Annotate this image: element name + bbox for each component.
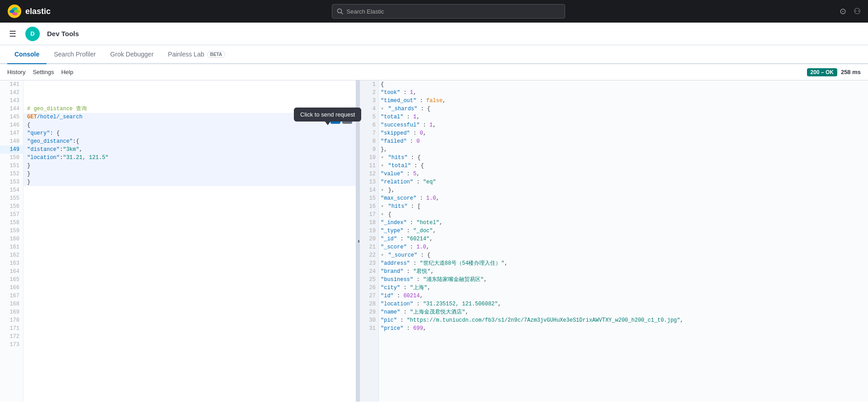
- line-number: 163: [0, 259, 23, 267]
- line-number: 141: [0, 80, 23, 89]
- code-line: [24, 235, 356, 243]
- line-number: 158: [0, 219, 23, 227]
- code-line: [24, 300, 356, 308]
- code-line: [24, 292, 356, 300]
- code-line: "distance": "3km",: [24, 145, 356, 154]
- response-line-number: 2: [360, 89, 378, 97]
- user-menu-icon[interactable]: ⚇: [854, 6, 861, 16]
- response-line: "city" : "上海",: [381, 284, 868, 292]
- fold-arrow[interactable]: ▾: [381, 163, 384, 169]
- response-line: "business" : "浦东陆家嘴金融贸易区",: [381, 276, 868, 284]
- code-line: [24, 80, 356, 89]
- code-line: [24, 267, 356, 276]
- response-line: "skipped" : 0,: [381, 129, 868, 137]
- code-line: {: [24, 121, 356, 129]
- response-line-number: 14: [360, 186, 378, 194]
- response-panel: 1234567891011121314151617181920212223242…: [360, 80, 868, 402]
- editor-content[interactable]: # geo_distance 查询GET /hotel/_search{ "qu…: [24, 80, 356, 402]
- code-line: [24, 276, 356, 284]
- response-line: "price" : 699,: [381, 324, 868, 333]
- beta-badge: BETA: [207, 51, 225, 58]
- response-line-number: 15: [360, 194, 378, 202]
- response-line: "pic" : "https://m.tuniucdn.com/fb3/s1/2…: [381, 316, 868, 324]
- help-button[interactable]: Help: [61, 67, 73, 77]
- line-number: 142: [0, 89, 23, 97]
- toolbar: History Settings Help 200 – OK 258 ms: [0, 64, 868, 80]
- response-line-number: 18: [360, 219, 378, 227]
- page-title: Dev Tools: [47, 30, 79, 37]
- code-line: [24, 333, 356, 341]
- line-number: 171: [0, 324, 23, 333]
- duration-text: 258 ms: [841, 69, 861, 75]
- response-line: "brand" : "君悦",: [381, 267, 868, 276]
- code-line: [24, 251, 356, 259]
- response-line: "name" : "上海金茂君悦大酒店",: [381, 308, 868, 316]
- response-line-number: 19: [360, 227, 378, 235]
- response-line-number: 1: [360, 80, 378, 89]
- response-line-number: 21: [360, 243, 378, 251]
- code-line: [24, 89, 356, 97]
- line-number: 173: [0, 341, 23, 349]
- user-avatar[interactable]: D: [25, 27, 40, 41]
- fold-arrow[interactable]: ▾: [381, 187, 384, 193]
- line-number: 156: [0, 202, 23, 211]
- top-nav-right: ⊙ ⚇: [840, 6, 861, 16]
- line-number: 160: [0, 235, 23, 243]
- toolbar-right: 200 – OK 258 ms: [807, 68, 861, 76]
- response-line: "max_score" : 1.0,: [381, 194, 868, 202]
- fold-arrow[interactable]: ▾: [381, 203, 384, 210]
- fold-arrow[interactable]: ▾: [381, 252, 384, 258]
- code-line: }: [24, 178, 356, 186]
- tab-search-profiler[interactable]: Search Profiler: [47, 45, 103, 64]
- line-number: 167: [0, 292, 23, 300]
- code-line: [24, 259, 356, 267]
- response-line-numbers: 1234567891011121314151617181920212223242…: [360, 80, 379, 402]
- line-number: 155: [0, 194, 23, 202]
- response-line: "successful" : 1,: [381, 121, 868, 129]
- fold-arrow[interactable]: ▾: [381, 106, 384, 112]
- history-button[interactable]: History: [7, 67, 25, 77]
- response-line: "_index" : "hotel",: [381, 219, 868, 227]
- run-button[interactable]: ▶: [330, 114, 340, 124]
- response-line: ▾ "hits" : {: [381, 154, 868, 162]
- panel-divider[interactable]: •••: [357, 80, 360, 402]
- search-icon: [337, 8, 343, 14]
- search-bar-container: Search Elastic: [64, 4, 832, 19]
- code-line: "location": "31.21, 121.5": [24, 154, 356, 162]
- line-number: 161: [0, 243, 23, 251]
- response-line: "total" : 1,: [381, 113, 868, 121]
- line-number: 168: [0, 300, 23, 308]
- wrench-button[interactable]: ⚙: [342, 114, 352, 124]
- response-line: ▾ "_shards" : {: [381, 105, 868, 113]
- response-line-number: 23: [360, 259, 378, 267]
- line-number: 144: [0, 105, 23, 113]
- status-badge: 200 – OK: [807, 68, 837, 76]
- response-line-number: 28: [360, 300, 378, 308]
- response-line: "value" : 5,: [381, 170, 868, 178]
- line-number: 153: [0, 178, 23, 186]
- response-line: },: [381, 145, 868, 154]
- tab-grok-debugger[interactable]: Grok Debugger: [103, 45, 161, 64]
- secondary-navigation: ☰ D Dev Tools: [0, 23, 868, 45]
- tab-painless-lab[interactable]: Painless Lab BETA: [161, 45, 233, 64]
- alert-icon[interactable]: ⊙: [840, 6, 846, 16]
- response-line: "timed_out" : false,: [381, 97, 868, 105]
- response-line: "failed" : 0: [381, 137, 868, 145]
- hamburger-button[interactable]: ☰: [7, 27, 18, 41]
- search-bar[interactable]: Search Elastic: [332, 4, 565, 19]
- code-line: [24, 211, 356, 219]
- response-line-number: 29: [360, 308, 378, 316]
- code-line: [24, 324, 356, 333]
- response-line: ▾ },: [381, 186, 868, 194]
- elastic-logo-icon: [7, 4, 22, 19]
- settings-button[interactable]: Settings: [33, 67, 54, 77]
- response-line: "location" : "31.235152, 121.506082",: [381, 300, 868, 308]
- line-number: 146: [0, 121, 23, 129]
- elastic-logo[interactable]: elastic: [7, 4, 57, 19]
- fold-arrow[interactable]: ▾: [381, 155, 384, 161]
- line-numbers: 1411421431441451461471481491501511521531…: [0, 80, 24, 402]
- fold-arrow[interactable]: ▾: [381, 211, 384, 218]
- tab-console[interactable]: Console: [7, 45, 47, 64]
- response-line: ▾ "hits" : [: [381, 202, 868, 211]
- code-line: }: [24, 162, 356, 170]
